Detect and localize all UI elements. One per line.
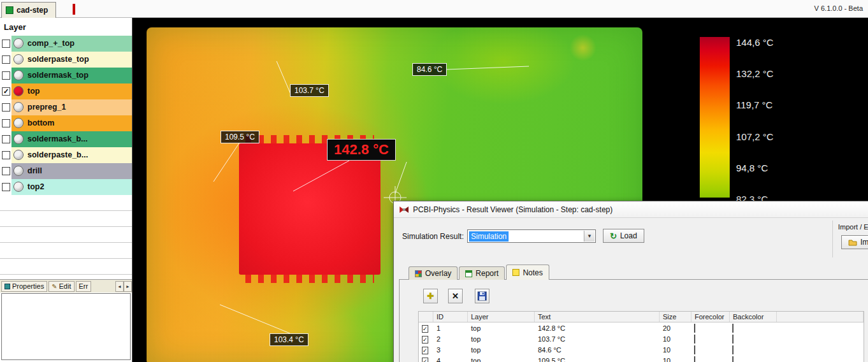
layer-empty-row [0, 243, 132, 259]
delete-note-button[interactable]: ✕ [448, 289, 463, 303]
scroll-right-arrow[interactable]: ► [124, 281, 132, 292]
dialog-title-bar[interactable]: PCBI-Physics - Result Viewer (Simulation… [394, 201, 868, 218]
layer-color-dot [13, 70, 24, 80]
pcbi-physics-icon [399, 205, 409, 215]
table-row[interactable]: 1 top 142.8 °C 20 [419, 322, 864, 333]
layer-checkbox[interactable] [2, 55, 10, 64]
backcolor-swatch[interactable] [732, 335, 734, 344]
forecolor-swatch[interactable] [694, 356, 695, 362]
simulation-result-combobox[interactable]: Simulation ▼ [467, 229, 596, 243]
layer-checkbox[interactable] [2, 151, 10, 159]
cell-size: 20 [660, 324, 691, 332]
edit-tab-label: Edit [59, 282, 71, 290]
cell-layer: top [468, 357, 535, 362]
layer-row-soldermask-bottom[interactable]: soldermask_b... [0, 131, 132, 147]
backcolor-swatch[interactable] [732, 324, 734, 333]
temp-annotation[interactable]: 84.6 °C [412, 63, 447, 76]
scale-label: 119,7 °C [736, 99, 772, 110]
row-checkbox[interactable] [422, 347, 428, 354]
version-label: V 6.1.0.0 - Beta [814, 4, 863, 12]
layer-checkbox[interactable] [2, 183, 10, 191]
layer-color-dot [13, 102, 24, 112]
header-text: Text [535, 312, 660, 322]
temp-annotation[interactable]: 103.7 °C [290, 84, 329, 97]
dialog-title: PCBI-Physics - Result Viewer (Simulation… [413, 205, 612, 214]
scroll-left-arrow[interactable]: ◄ [115, 281, 124, 292]
layer-checkbox[interactable] [2, 167, 10, 175]
chevron-down-icon[interactable]: ▼ [584, 231, 595, 242]
cell-id: 2 [433, 335, 468, 343]
tab-notes-label: Notes [523, 268, 542, 277]
properties-tab[interactable]: Properties [1, 281, 47, 292]
hot-component [239, 143, 380, 275]
layer-label: soldermask_b... [27, 134, 88, 143]
layer-checkbox[interactable] [2, 40, 10, 48]
properties-tab-bar: Properties ✎ Edit Err ◄ ► [0, 279, 132, 293]
backcolor-swatch[interactable] [732, 345, 734, 354]
notes-table-header: ID Layer Text Size Forecolor Backcolor [419, 312, 864, 322]
layer-label: solderpaste_b... [27, 150, 88, 159]
backcolor-swatch[interactable] [732, 356, 734, 362]
import-export-label: Import / Ex [838, 223, 868, 231]
layer-checkbox[interactable] [2, 87, 10, 96]
layer-row-top[interactable]: top [0, 83, 132, 99]
tab-strip-red-marker [73, 4, 75, 15]
add-note-button[interactable]: ✚ [423, 289, 438, 303]
cell-text: 103.7 °C [535, 335, 660, 343]
layer-checkbox[interactable] [2, 103, 10, 112]
layer-row-solderpaste-top[interactable]: solderpaste_top [0, 52, 132, 68]
layer-empty-row [0, 211, 132, 227]
table-row[interactable]: 3 top 84.6 °C 10 [419, 344, 864, 355]
forecolor-swatch[interactable] [694, 335, 695, 344]
layer-color-dot [13, 86, 24, 96]
layer-row-soldermask-top[interactable]: soldermask_top [0, 68, 132, 83]
temperature-color-scale [700, 37, 730, 198]
layer-checkbox[interactable] [2, 119, 10, 127]
header-checkbox-column [419, 312, 433, 322]
hotspot-temp-annotation[interactable]: 142.8 °C [327, 139, 396, 161]
layer-label: solderpaste_top [27, 55, 89, 64]
layer-row-drill[interactable]: drill [0, 163, 132, 179]
temp-annotation[interactable]: 103.4 °C [270, 333, 308, 346]
layer-color-dot [13, 182, 24, 192]
layer-row-bottom[interactable]: bottom [0, 115, 132, 131]
document-tab-label: cad-step [17, 6, 48, 15]
scale-label: 144,6 °C [736, 37, 774, 48]
cell-text: 84.6 °C [535, 346, 660, 354]
tab-overlay[interactable]: Overlay [409, 266, 458, 280]
load-button[interactable]: ↻ Load [603, 229, 644, 243]
layer-color-dot [13, 134, 24, 144]
tab-notes[interactable]: Notes [506, 264, 549, 280]
edit-tab[interactable]: ✎ Edit [48, 281, 74, 292]
layer-checkbox[interactable] [2, 135, 10, 143]
save-notes-button[interactable] [475, 289, 489, 303]
load-button-label: Load [620, 231, 637, 240]
layer-row-prepreg-1[interactable]: prepreg_1 [0, 99, 132, 115]
table-row[interactable]: 2 top 103.7 °C 10 [419, 333, 864, 344]
tab-report-label: Report [475, 269, 498, 278]
row-checkbox[interactable] [422, 336, 428, 344]
errors-tab[interactable]: Err [76, 281, 92, 292]
layer-row-solderpaste-bottom[interactable]: solderpaste_b... [0, 147, 132, 163]
forecolor-swatch[interactable] [694, 345, 695, 354]
import-group-separator [832, 221, 833, 257]
layer-row-top2[interactable]: top2 [0, 179, 132, 195]
import-button[interactable]: Imp [841, 235, 868, 249]
row-checkbox[interactable] [422, 325, 428, 333]
cell-id: 3 [433, 346, 468, 354]
close-icon: ✕ [452, 291, 459, 301]
row-checkbox[interactable] [422, 358, 428, 362]
simulation-result-label: Simulation Result: [402, 232, 464, 241]
document-tab-cad-step[interactable]: cad-step [1, 2, 56, 18]
header-forecolor: Forecolor [691, 312, 730, 322]
layer-color-dot [13, 38, 24, 48]
scale-label: 94,8 °C [736, 163, 768, 173]
temp-annotation[interactable]: 109.5 °C [221, 131, 259, 143]
cell-layer: top [468, 324, 535, 332]
layer-row-comp-top[interactable]: comp_+_top [0, 36, 132, 52]
overlay-icon [415, 270, 422, 277]
table-row[interactable]: 4 top 109.5 °C 10 [419, 355, 864, 362]
forecolor-swatch[interactable] [694, 324, 695, 333]
layer-checkbox[interactable] [2, 71, 10, 80]
tab-report[interactable]: Report [459, 266, 505, 280]
